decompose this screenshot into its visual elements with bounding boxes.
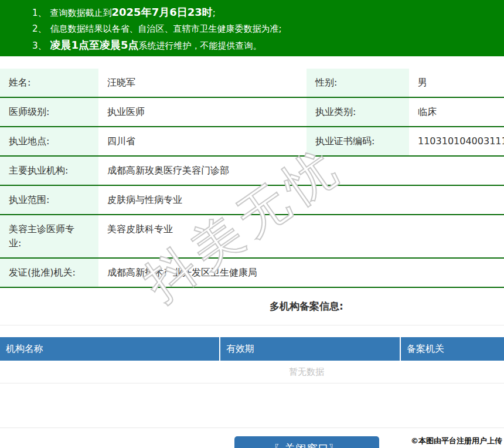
- notice-item-3: 3、凌晨1点至凌晨5点系统进行维护，不能提供查询。: [32, 37, 504, 54]
- info-label-name: 姓名:: [0, 69, 98, 97]
- notice-bold-text: 凌晨1点至凌晨5点: [50, 39, 139, 51]
- row-name-gender: 姓名: 汪晓军 性别: 男: [0, 69, 504, 98]
- notice-item-1: 1、查询数据截止到2025年7月6日23时;: [32, 4, 504, 21]
- filing-table-empty-state: 暂无数据: [0, 361, 504, 383]
- practitioner-query-result-page: 1、查询数据截止到2025年7月6日23时; 2、信息数据结果以各省、自治区、直…: [0, 0, 504, 448]
- column-header-institution-name: 机构名称: [0, 337, 220, 361]
- notice-banner: 1、查询数据截止到2025年7月6日23时; 2、信息数据结果以各省、自治区、直…: [0, 0, 504, 56]
- close-window-button[interactable]: 〖关闭窗口〗: [234, 436, 379, 448]
- info-label-main-institution: 主要执业机构:: [0, 157, 98, 185]
- row-main-institution: 主要执业机构: 成都高新玫奥医疗美容门诊部: [0, 157, 504, 186]
- notice-text: 查询数据截止到: [50, 8, 112, 18]
- column-header-filing-authority: 备案机关: [401, 337, 504, 361]
- info-label-gender: 性别:: [307, 69, 409, 97]
- row-location-certificate: 执业地点: 四川省 执业证书编码: 110310104003111: [0, 127, 504, 157]
- result-content: 姓名: 汪晓军 性别: 男 医师级别: 执业医师 执业类别: 临床 执业地点: …: [0, 69, 504, 448]
- info-value-gender: 男: [409, 69, 504, 97]
- notice-bold-text: 2025年7月6日23时: [112, 6, 213, 18]
- row-practice-scope: 执业范围: 皮肤病与性病专业: [0, 186, 504, 215]
- notice-text: ;: [213, 8, 216, 18]
- info-label-certificate-code: 执业证书编码:: [307, 127, 409, 155]
- info-label-level: 医师级别:: [0, 98, 98, 126]
- notice-number: 2、: [32, 23, 47, 34]
- row-issuing-authority: 发证(批准)机关: 成都高新技术产业开发区卫生健康局: [0, 259, 504, 288]
- info-label-location: 执业地点:: [0, 127, 98, 155]
- column-header-validity-period: 有效期: [220, 337, 401, 361]
- info-value-practice-scope: 皮肤病与性病专业: [98, 186, 504, 214]
- info-value-cosmetic-specialty: 美容皮肤科专业: [98, 215, 504, 257]
- info-value-main-institution: 成都高新玫奥医疗美容门诊部: [98, 157, 504, 185]
- practitioner-info-table: 姓名: 汪晓军 性别: 男 医师级别: 执业医师 执业类别: 临床 执业地点: …: [0, 69, 504, 288]
- upload-note-watermark: ©本图由平台注册用户上传: [411, 436, 502, 446]
- info-value-name: 汪晓军: [98, 69, 307, 97]
- row-level-category: 医师级别: 执业医师 执业类别: 临床: [0, 98, 504, 127]
- info-label-issuing-authority: 发证(批准)机关:: [0, 259, 98, 287]
- divider: [0, 427, 504, 428]
- row-cosmetic-specialty: 美容主诊医师专业: 美容皮肤科专业: [0, 215, 504, 259]
- filing-table-header: 机构名称 有效期 备案机关: [0, 337, 504, 361]
- info-value-issuing-authority: 成都高新技术产业开发区卫生健康局: [98, 259, 504, 287]
- info-label-category: 执业类别:: [307, 98, 409, 126]
- notice-item-2: 2、信息数据结果以各省、自治区、直辖市卫生健康委数据为准;: [32, 21, 504, 37]
- notice-number: 3、: [32, 40, 47, 51]
- info-value-location: 四川省: [98, 127, 307, 155]
- notice-text: 系统进行维护，不能提供查询。: [139, 40, 262, 51]
- notice-text: 信息数据结果以各省、自治区、直辖市卫生健康委数据为准;: [50, 23, 282, 34]
- info-value-category: 临床: [409, 98, 504, 126]
- multi-institution-section-title: 多机构备案信息:: [0, 288, 504, 325]
- info-value-level: 执业医师: [98, 98, 307, 126]
- notice-number: 1、: [32, 8, 47, 18]
- info-label-practice-scope: 执业范围:: [0, 186, 98, 214]
- info-value-certificate-code: 110310104003111: [409, 127, 504, 155]
- info-label-cosmetic-specialty: 美容主诊医师专业:: [0, 215, 98, 257]
